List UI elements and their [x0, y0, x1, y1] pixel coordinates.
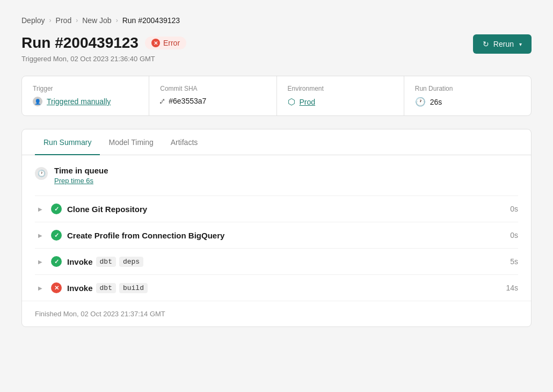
page-header: Run #200439123 ✕ Error Triggered Mon, 02… — [21, 34, 532, 63]
queue-subtitle[interactable]: Prep time 6s — [54, 177, 108, 185]
step-duration: 0s — [510, 231, 518, 239]
meta-trigger: Trigger 👤 Triggered manually — [22, 76, 149, 115]
refresh-icon: ↻ — [483, 40, 489, 48]
footer-finished-text: Finished Mon, 02 Oct 2023 21:37:14 GMT — [35, 310, 165, 318]
breadcrumb-deploy[interactable]: Deploy — [21, 16, 45, 25]
step-name-text: Invoke — [67, 284, 93, 293]
status-badge: ✕ Error — [145, 37, 186, 49]
expand-button[interactable]: ▶ — [35, 230, 46, 241]
queue-title: Time in queue — [54, 166, 108, 175]
meta-env: Environment ⬡ Prod — [277, 76, 404, 115]
meta-duration-label: Run Duration — [415, 85, 520, 92]
queue-clock-icon: 🕐 — [35, 167, 48, 180]
breadcrumb: Deploy › Prod › New Job › Run #200439123 — [21, 16, 532, 25]
step-name: Invoke dbt deps — [67, 257, 505, 267]
steps-container: 🕐 Time in queue Prep time 6s ▶ ✓ Clone G… — [22, 155, 531, 301]
step-name: Invoke dbt build — [67, 283, 500, 293]
step-duration: 0s — [510, 205, 518, 213]
tab-model-timing[interactable]: Model Timing — [100, 129, 162, 155]
meta-env-label: Environment — [288, 85, 393, 92]
meta-commit-label: Commit SHA — [160, 85, 265, 92]
duration-value: 26s — [430, 98, 442, 106]
commit-sha: #6e3553a7 — [169, 97, 206, 105]
stack-icon: ⬡ — [288, 97, 295, 107]
meta-trigger-label: Trigger — [33, 85, 138, 92]
step-duration: 5s — [510, 257, 518, 266]
meta-duration-value: 🕐 26s — [415, 97, 520, 107]
triggered-text: Triggered Mon, 02 Oct 2023 21:36:40 GMT — [21, 55, 186, 63]
expand-button[interactable]: ▶ — [35, 204, 46, 214]
step-status-error-icon: ✕ — [51, 282, 62, 293]
step-name: Clone Git Repository — [67, 205, 505, 214]
queue-content: Time in queue Prep time 6s — [54, 166, 108, 185]
table-row: ▶ ✓ Create Profile from Connection BigQu… — [35, 222, 518, 249]
tab-run-summary[interactable]: Run Summary — [35, 129, 100, 155]
rerun-button-label: Rerun — [493, 40, 514, 48]
step-status-success-icon: ✓ — [51, 256, 62, 267]
breadcrumb-sep-2: › — [76, 17, 78, 24]
step-name-text: Clone Git Repository — [67, 205, 147, 214]
person-icon: 👤 — [33, 97, 42, 106]
rerun-button[interactable]: ↻ Rerun ▾ — [473, 34, 532, 54]
breadcrumb-newjob[interactable]: New Job — [82, 16, 111, 25]
status-badge-label: Error — [163, 39, 180, 47]
tab-artifacts[interactable]: Artifacts — [162, 129, 207, 155]
step-name-text: Invoke — [67, 257, 93, 266]
step-status-success-icon: ✓ — [51, 204, 62, 214]
step-name-text: Create Profile from Connection BigQuery — [67, 231, 224, 240]
step-name: Create Profile from Connection BigQuery — [67, 231, 505, 240]
meta-commit-value: ⑇ #6e3553a7 — [160, 97, 265, 105]
breadcrumb-prod[interactable]: Prod — [56, 16, 72, 25]
table-row: ▶ ✕ Invoke dbt build 14s — [35, 275, 518, 301]
header-title-row: Run #200439123 ✕ Error — [21, 34, 186, 52]
header-left: Run #200439123 ✕ Error Triggered Mon, 02… — [21, 34, 186, 63]
expand-button[interactable]: ▶ — [35, 282, 46, 293]
code-tag-dbt: dbt — [96, 257, 116, 267]
meta-commit: Commit SHA ⑇ #6e3553a7 — [149, 76, 276, 115]
table-row: ▶ ✓ Clone Git Repository 0s — [35, 196, 518, 222]
queue-item: 🕐 Time in queue Prep time 6s — [35, 155, 518, 196]
clock-icon: 🕐 — [415, 97, 426, 107]
expand-button[interactable]: ▶ — [35, 256, 46, 267]
meta-duration: Run Duration 🕐 26s — [404, 76, 531, 115]
breadcrumb-sep-3: › — [116, 17, 118, 24]
chevron-down-icon: ▾ — [519, 41, 522, 47]
breadcrumb-run: Run #200439123 — [122, 16, 180, 25]
breadcrumb-sep-1: › — [49, 17, 52, 24]
step-status-success-icon: ✓ — [51, 230, 62, 241]
env-link[interactable]: Prod — [300, 98, 316, 106]
table-row: ▶ ✓ Invoke dbt deps 5s — [35, 249, 518, 275]
trigger-link[interactable]: Triggered manually — [47, 97, 111, 106]
error-x-icon: ✕ — [151, 39, 160, 47]
code-tag-deps: deps — [119, 257, 143, 267]
meta-row: Trigger 👤 Triggered manually Commit SHA … — [21, 76, 532, 116]
meta-trigger-value: 👤 Triggered manually — [33, 97, 138, 106]
commit-icon: ⑇ — [160, 97, 164, 105]
meta-env-value: ⬡ Prod — [288, 97, 393, 107]
code-tag-dbt2: dbt — [96, 283, 116, 293]
tabs: Run Summary Model Timing Artifacts — [22, 129, 531, 155]
card-footer: Finished Mon, 02 Oct 2023 21:37:14 GMT — [22, 301, 531, 326]
page-title: Run #200439123 — [21, 34, 139, 52]
step-duration: 14s — [506, 284, 518, 292]
main-card: Run Summary Model Timing Artifacts 🕐 Tim… — [21, 129, 532, 327]
code-tag-build: build — [119, 283, 148, 293]
